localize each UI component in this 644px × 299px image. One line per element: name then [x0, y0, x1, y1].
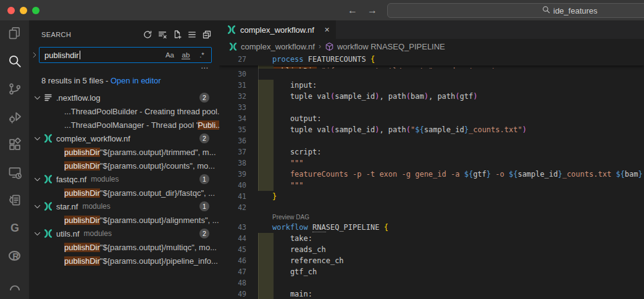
- close-tab-icon[interactable]: ✕: [324, 26, 330, 34]
- line-number: 48: [219, 277, 246, 288]
- code-editor[interactable]: 27process FEATURECOUNTS {publishDir "${p…: [219, 54, 644, 299]
- code-line[interactable]: 37 script:: [219, 146, 644, 158]
- file-name: fastqc.nf: [56, 175, 86, 184]
- code-line[interactable]: 30: [219, 69, 644, 80]
- code-line[interactable]: 39 featureCounts -p -t exon -g gene_id -…: [219, 169, 644, 180]
- open-in-editor-link[interactable]: Open in editor: [111, 76, 161, 85]
- line-number: 41: [219, 191, 246, 202]
- minimize-window-button[interactable]: [20, 7, 27, 14]
- search-result-file-row[interactable]: complex_workflow.nf2: [29, 132, 219, 145]
- activity-item-extensions[interactable]: [0, 132, 29, 159]
- activity-item-run-debug[interactable]: [0, 104, 29, 132]
- search-result-file-row[interactable]: fastqc.nfmodules1: [29, 172, 219, 186]
- line-number: 27: [219, 54, 246, 65]
- search-result-match-row[interactable]: publishDir "${params.output}/alignments"…: [29, 213, 219, 227]
- code-line[interactable]: 46 reference_ch: [219, 255, 644, 266]
- chevron-down-icon[interactable]: [33, 94, 43, 102]
- activity-item-r-language[interactable]: R: [0, 243, 29, 271]
- search-results-list: .nextflow.log2...ThreadPoolBuilder - Cre…: [29, 91, 219, 267]
- refresh-button[interactable]: [143, 30, 153, 40]
- activity-item-explorer[interactable]: [0, 20, 29, 48]
- code-line[interactable]: 38 """: [219, 158, 644, 169]
- scope-highlight: [258, 244, 274, 255]
- code-line[interactable]: 47 gtf_ch: [219, 266, 644, 277]
- zoom-window-button[interactable]: [32, 7, 40, 14]
- code-line[interactable]: 40 """: [219, 180, 644, 191]
- collapse-all-button[interactable]: [202, 30, 212, 40]
- search-result-file-row[interactable]: star.nfmodules1: [29, 200, 219, 213]
- chevron-down-icon[interactable]: [33, 230, 43, 238]
- command-center[interactable]: ide_features: [387, 3, 644, 18]
- search-result-file-row[interactable]: .nextflow.log2: [29, 91, 219, 104]
- code-line[interactable]: 42: [219, 202, 644, 213]
- activity-item-search[interactable]: [0, 48, 29, 76]
- code-line[interactable]: 31 input:: [219, 80, 644, 91]
- breadcrumb-separator: ›: [318, 42, 322, 51]
- search-input[interactable]: publishdir Aaab.*: [39, 47, 212, 63]
- activity-item-gitlens[interactable]: G: [0, 215, 29, 243]
- match-case-toggle[interactable]: Aa: [163, 49, 177, 61]
- use-regex-toggle[interactable]: .*: [195, 49, 209, 61]
- chevron-down-icon[interactable]: [33, 135, 43, 143]
- chevron-down-icon[interactable]: [33, 203, 43, 211]
- toggle-search-details-button[interactable]: ⋯: [29, 65, 219, 72]
- code-line[interactable]: 45 reads_ch: [219, 244, 644, 255]
- search-result-file-row[interactable]: utils.nfmodules2: [29, 227, 219, 240]
- match-whole-word-toggle[interactable]: ab: [179, 49, 193, 61]
- line-number: 40: [219, 180, 246, 191]
- code-line[interactable]: 35 tuple val(sample_id), path("${sample_…: [219, 124, 644, 135]
- clear-search-results-button[interactable]: [157, 30, 167, 40]
- code-line[interactable]: 33: [219, 102, 644, 113]
- activity-item-source-control[interactable]: [0, 76, 29, 104]
- activity-item-remote-explorer[interactable]: [0, 159, 29, 187]
- nav-forward-button[interactable]: →: [367, 5, 377, 16]
- view-as-list-button[interactable]: [187, 30, 197, 40]
- match-text: ...ThreadPoolManager - Thread pool ': [64, 120, 198, 130]
- match-count-badge: 2: [199, 93, 209, 103]
- search-result-match-row[interactable]: publishDir "${params.output}/multiqc", m…: [29, 240, 219, 254]
- file-name: star.nf: [56, 202, 78, 211]
- code-line[interactable]: 27process FEATURECOUNTS {: [219, 54, 644, 65]
- line-number: 37: [219, 146, 246, 158]
- search-result-match-row[interactable]: publishDir "${params.output_dir}/fastqc"…: [29, 186, 219, 200]
- scope-highlight: [258, 158, 274, 169]
- code-line[interactable]: 34 output:: [219, 113, 644, 124]
- code-line[interactable]: 43workflow RNASEQ_PIPELINE {: [219, 222, 644, 233]
- match-text: "${params.output}/pipeline_info...: [100, 256, 218, 266]
- search-result-match-row[interactable]: ...ThreadPoolBuilder - Creating thread p…: [29, 104, 219, 118]
- open-new-search-editor-button[interactable]: [172, 30, 182, 40]
- activity-item-gitlens-inspect[interactable]: [0, 187, 29, 215]
- file-name: complex_workflow.nf: [56, 134, 130, 143]
- codelens-preview-dag[interactable]: Preview DAG: [219, 213, 644, 222]
- close-window-button[interactable]: [7, 7, 15, 14]
- collapse-all-icon: [202, 32, 212, 41]
- tab-complex-workflow[interactable]: complex_workflow.nf ✕: [219, 20, 337, 39]
- search-result-match-row[interactable]: publishDir "${params.output}/pipeline_in…: [29, 254, 219, 267]
- run-debug-icon: [8, 110, 22, 126]
- match-count-badge: 1: [199, 174, 209, 184]
- search-result-match-row[interactable]: publishDir "${params.output}/trimmed", m…: [29, 145, 219, 159]
- toggle-replace-button[interactable]: [30, 47, 39, 63]
- breadcrumb-item-file[interactable]: complex_workflow.nf: [241, 42, 315, 51]
- scope-highlight: [258, 180, 274, 191]
- code-line[interactable]: 44 take:: [219, 233, 644, 244]
- line-number: 42: [219, 202, 246, 213]
- code-line[interactable]: 32 tuple val(sample_id), path(bam), path…: [219, 91, 644, 102]
- extensions-icon: [8, 138, 22, 154]
- file-path: modules: [91, 175, 119, 183]
- chevron-down-icon[interactable]: [33, 175, 43, 183]
- nav-back-button[interactable]: ←: [348, 5, 358, 16]
- search-result-match-row[interactable]: publishDir "${params.output}/counts", mo…: [29, 159, 219, 172]
- breadcrumb-item-symbol[interactable]: workflow RNASEQ_PIPELINE: [337, 42, 445, 51]
- code-line[interactable]: 41}: [219, 191, 644, 202]
- match-text: "${params.output}/trimmed", m...: [100, 148, 216, 157]
- activity-item-bottom-partial[interactable]: [0, 271, 29, 298]
- code-line[interactable]: 48: [219, 277, 644, 288]
- code-line[interactable]: 36: [219, 135, 644, 146]
- nextflow-icon: [43, 229, 53, 238]
- scope-highlight: [258, 102, 274, 113]
- search-result-match-row[interactable]: ...ThreadPoolManager - Thread pool 'Publ…: [29, 118, 219, 132]
- code-line[interactable]: 49 main:: [219, 288, 644, 299]
- log-file-icon: [43, 93, 53, 103]
- line-number: 44: [219, 233, 246, 244]
